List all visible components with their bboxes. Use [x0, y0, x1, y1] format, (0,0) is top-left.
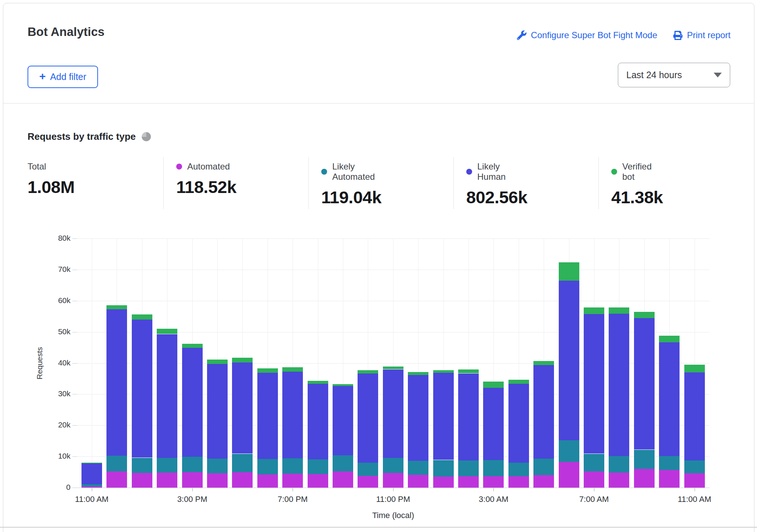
bar-segment-likely-human[interactable]: [533, 365, 554, 459]
bar-segment-likely-automated[interactable]: [533, 459, 554, 475]
bar-segment-verified-bot[interactable]: [609, 307, 629, 314]
bar-segment-verified-bot[interactable]: [408, 372, 428, 375]
bar-segment-automated[interactable]: [634, 469, 655, 488]
bar-segment-likely-automated[interactable]: [282, 458, 303, 474]
bar-segment-likely-automated[interactable]: [584, 454, 604, 471]
bar-segment-likely-human[interactable]: [333, 386, 353, 455]
bar-segment-likely-human[interactable]: [559, 281, 579, 440]
bar-segment-automated[interactable]: [458, 476, 479, 488]
bar-segment-automated[interactable]: [82, 487, 102, 488]
bar-segment-verified-bot[interactable]: [82, 463, 102, 463]
bar-segment-likely-human[interactable]: [634, 318, 655, 449]
bar-segment-likely-human[interactable]: [609, 314, 629, 456]
bar-segment-verified-bot[interactable]: [182, 344, 203, 348]
bar-segment-verified-bot[interactable]: [508, 380, 529, 384]
bar-segment-verified-bot[interactable]: [433, 370, 454, 373]
bar-segment-likely-human[interactable]: [82, 463, 102, 484]
bar-segment-automated[interactable]: [157, 473, 177, 488]
bar-segment-likely-automated[interactable]: [182, 457, 203, 472]
bar-segment-likely-human[interactable]: [433, 373, 454, 460]
bar-segment-likely-automated[interactable]: [408, 461, 428, 475]
bar-segment-likely-human[interactable]: [157, 334, 177, 458]
bar-segment-likely-automated[interactable]: [483, 460, 504, 476]
bar-segment-likely-human[interactable]: [584, 314, 604, 453]
bar-segment-automated[interactable]: [408, 475, 428, 488]
bar-segment-automated[interactable]: [106, 471, 127, 488]
bar-segment-likely-automated[interactable]: [358, 463, 378, 476]
bar-segment-verified-bot[interactable]: [333, 384, 353, 386]
bar-segment-automated[interactable]: [609, 473, 629, 488]
bar-segment-likely-automated[interactable]: [232, 454, 253, 473]
bar-segment-likely-automated[interactable]: [609, 456, 629, 473]
bar-segment-likely-human[interactable]: [106, 309, 127, 456]
bar-segment-likely-automated[interactable]: [257, 459, 278, 474]
bar-segment-verified-bot[interactable]: [458, 369, 479, 373]
bar-segment-likely-human[interactable]: [207, 364, 228, 459]
bar-segment-likely-automated[interactable]: [634, 450, 655, 469]
bar-segment-likely-human[interactable]: [282, 372, 303, 458]
bar-segment-automated[interactable]: [358, 476, 378, 488]
bar-segment-likely-automated[interactable]: [659, 456, 680, 470]
bar-segment-likely-automated[interactable]: [433, 460, 454, 477]
bar-segment-automated[interactable]: [308, 474, 328, 488]
bar-segment-likely-human[interactable]: [483, 388, 504, 460]
bar-segment-verified-bot[interactable]: [584, 307, 604, 314]
bar-segment-likely-human[interactable]: [182, 348, 203, 457]
bar-segment-likely-human[interactable]: [508, 384, 529, 463]
bar-segment-verified-bot[interactable]: [157, 329, 177, 334]
bar-segment-verified-bot[interactable]: [684, 365, 705, 372]
bar-segment-automated[interactable]: [232, 472, 253, 488]
bar-segment-likely-human[interactable]: [659, 342, 680, 456]
bar-segment-automated[interactable]: [508, 476, 529, 488]
bar-segment-likely-human[interactable]: [132, 320, 152, 458]
bar-segment-likely-human[interactable]: [257, 373, 278, 459]
bar-segment-automated[interactable]: [257, 474, 278, 488]
bar-segment-verified-bot[interactable]: [634, 312, 655, 318]
bar-segment-verified-bot[interactable]: [533, 361, 554, 365]
bar-segment-likely-automated[interactable]: [383, 458, 403, 473]
bar-segment-likely-automated[interactable]: [308, 459, 328, 474]
bar-segment-likely-human[interactable]: [458, 374, 479, 461]
bar-segment-verified-bot[interactable]: [106, 305, 127, 309]
bar-segment-likely-human[interactable]: [684, 372, 705, 460]
bar-segment-likely-automated[interactable]: [458, 460, 479, 476]
bar-segment-verified-bot[interactable]: [232, 358, 253, 362]
bar-segment-verified-bot[interactable]: [358, 370, 378, 374]
bar-segment-likely-human[interactable]: [383, 369, 403, 458]
bar-segment-verified-bot[interactable]: [659, 336, 680, 342]
bar-segment-likely-human[interactable]: [358, 374, 378, 463]
bar-segment-likely-automated[interactable]: [82, 484, 102, 487]
bar-segment-automated[interactable]: [333, 471, 353, 488]
bar-segment-likely-human[interactable]: [408, 375, 428, 461]
bar-segment-likely-human[interactable]: [232, 362, 253, 454]
bar-segment-automated[interactable]: [559, 462, 579, 488]
bar-segment-likely-automated[interactable]: [333, 455, 353, 471]
bar-segment-automated[interactable]: [483, 476, 504, 488]
bar-segment-likely-automated[interactable]: [106, 456, 127, 471]
bar-segment-automated[interactable]: [533, 475, 554, 488]
bar-segment-likely-automated[interactable]: [684, 460, 705, 473]
bar-segment-verified-bot[interactable]: [282, 367, 303, 372]
bar-segment-verified-bot[interactable]: [383, 367, 403, 369]
bar-segment-automated[interactable]: [207, 473, 228, 488]
bar-segment-likely-automated[interactable]: [157, 458, 177, 473]
bar-segment-verified-bot[interactable]: [483, 382, 504, 388]
bar-segment-likely-automated[interactable]: [559, 440, 579, 462]
bar-segment-automated[interactable]: [584, 471, 604, 488]
bar-segment-automated[interactable]: [182, 472, 203, 488]
bar-segment-verified-bot[interactable]: [257, 368, 278, 373]
bar-segment-automated[interactable]: [132, 473, 152, 488]
bar-segment-automated[interactable]: [684, 473, 705, 488]
bar-segment-verified-bot[interactable]: [207, 360, 228, 364]
bar-segment-automated[interactable]: [282, 474, 303, 488]
bar-segment-automated[interactable]: [383, 473, 403, 488]
bar-segment-automated[interactable]: [433, 477, 454, 488]
bar-segment-verified-bot[interactable]: [559, 262, 579, 281]
bar-segment-likely-automated[interactable]: [508, 463, 529, 476]
bar-segment-verified-bot[interactable]: [132, 314, 152, 320]
bar-segment-likely-automated[interactable]: [207, 459, 228, 473]
bar-segment-verified-bot[interactable]: [308, 381, 328, 384]
bar-segment-automated[interactable]: [659, 470, 680, 488]
bar-segment-likely-human[interactable]: [308, 384, 328, 459]
bar-segment-likely-automated[interactable]: [132, 458, 152, 473]
